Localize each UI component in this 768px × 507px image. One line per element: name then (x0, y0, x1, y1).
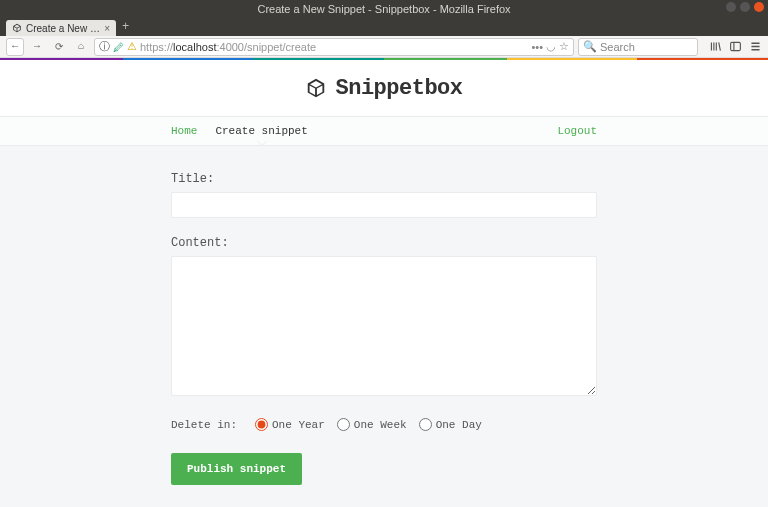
radio-one-year-input[interactable] (255, 418, 268, 431)
title-label: Title: (171, 172, 597, 186)
delete-in-label: Delete in: (171, 419, 237, 431)
forward-button[interactable]: → (28, 38, 46, 56)
new-tab-button[interactable]: + (122, 20, 129, 34)
radio-one-week-input[interactable] (337, 418, 350, 431)
window-titlebar: Create a New Snippet - Snippetbox - Mozi… (0, 0, 768, 18)
tab-strip: Create a New Snippe × + (0, 18, 768, 36)
search-bar[interactable]: 🔍 Search (578, 38, 698, 56)
toolbar-right (708, 40, 762, 53)
brand: Snippetbox (305, 76, 462, 101)
tab-label: Create a New Snippe (26, 23, 100, 34)
window-title: Create a New Snippet - Snippetbox - Mozi… (257, 3, 510, 15)
nav-home[interactable]: Home (171, 125, 197, 137)
create-snippet-form: Title: Content: Delete in: One Year One … (171, 146, 597, 485)
sidebar-icon[interactable] (728, 40, 742, 53)
library-icon[interactable] (708, 40, 722, 53)
permissions-icon[interactable]: 🖉 (113, 41, 124, 53)
url-text: https://localhost:4000/snippet/create (140, 41, 528, 53)
publish-button[interactable]: Publish snippet (171, 453, 302, 485)
app-header: Snippetbox (0, 60, 768, 116)
home-button[interactable]: ⌂ (72, 38, 90, 56)
content-label: Content: (171, 236, 597, 250)
lock-icon: ⚠ (127, 40, 137, 53)
radio-one-day-input[interactable] (419, 418, 432, 431)
browser-tab[interactable]: Create a New Snippe × (6, 20, 116, 36)
content-textarea[interactable] (171, 256, 597, 396)
radio-one-week[interactable]: One Week (337, 418, 407, 431)
maximize-button[interactable] (740, 2, 750, 12)
info-icon[interactable]: ⓘ (99, 39, 110, 54)
pocket-icon[interactable]: ◡ (546, 40, 556, 53)
brand-name: Snippetbox (335, 76, 462, 101)
tab-close-icon[interactable]: × (104, 23, 110, 34)
address-bar[interactable]: ⓘ 🖉 ⚠ https://localhost:4000/snippet/cre… (94, 38, 574, 56)
cube-icon (12, 23, 22, 33)
bookmark-icon[interactable]: ☆ (559, 40, 569, 53)
menu-icon[interactable] (748, 40, 762, 53)
minimize-button[interactable] (726, 2, 736, 12)
back-button[interactable]: ← (6, 38, 24, 56)
reload-button[interactable]: ⟳ (50, 38, 68, 56)
title-input[interactable] (171, 192, 597, 218)
search-placeholder: Search (600, 41, 635, 53)
search-icon: 🔍 (583, 40, 597, 53)
app-nav: Home Create snippet Logout (0, 116, 768, 146)
window-controls (726, 2, 764, 12)
logo-cube-icon (305, 77, 327, 99)
page-actions-icon[interactable]: ••• (531, 41, 543, 53)
nav-logout[interactable]: Logout (557, 125, 597, 137)
radio-one-day[interactable]: One Day (419, 418, 482, 431)
radio-one-year[interactable]: One Year (255, 418, 325, 431)
nav-create-snippet[interactable]: Create snippet (215, 125, 307, 137)
browser-toolbar: ← → ⟳ ⌂ ⓘ 🖉 ⚠ https://localhost:4000/sni… (0, 36, 768, 58)
close-window-button[interactable] (754, 2, 764, 12)
delete-in-group: Delete in: One Year One Week One Day (171, 418, 597, 431)
svg-rect-0 (730, 42, 740, 50)
